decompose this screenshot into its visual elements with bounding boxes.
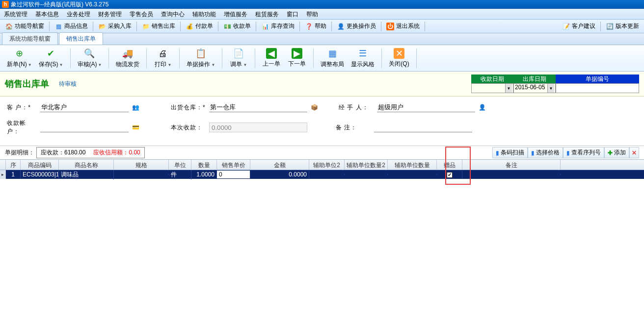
col-price[interactable]: 销售单价 bbox=[217, 160, 250, 170]
col-qty[interactable]: 数量 bbox=[191, 160, 217, 170]
sales-button[interactable]: 📁 销售出库 bbox=[139, 21, 178, 31]
dropdown-button[interactable]: ▼ bbox=[505, 84, 512, 93]
cell-aux2[interactable] bbox=[309, 174, 345, 175]
add-button[interactable]: ✚ 添加 bbox=[604, 147, 629, 158]
nav-window-button[interactable]: 🏠 功能导航窗 bbox=[2, 21, 47, 31]
cell-spec[interactable] bbox=[114, 174, 169, 175]
switch-user-button[interactable]: 👤 更换操作员 bbox=[334, 21, 379, 31]
billno-input[interactable] bbox=[556, 83, 639, 93]
payment-button[interactable]: 💰 付款单 bbox=[183, 21, 216, 31]
menu-system[interactable]: 系统管理 bbox=[0, 9, 31, 19]
view-serial-button[interactable]: ▮ 查看序列号 bbox=[563, 147, 604, 158]
account-input[interactable] bbox=[40, 123, 129, 132]
delete-button[interactable]: ✕ bbox=[629, 147, 639, 158]
row-handle[interactable]: ▸ bbox=[0, 170, 6, 179]
gift-checkbox[interactable]: ✔ bbox=[447, 172, 453, 178]
menu-basic[interactable]: 基本信息 bbox=[31, 9, 63, 19]
update-button[interactable]: 🔄 版本更新 bbox=[603, 21, 642, 31]
cell-code[interactable]: ECS000003|1 bbox=[21, 171, 59, 178]
col-name[interactable]: 商品名称 bbox=[59, 160, 114, 170]
select-price-button[interactable]: ▮ 选择价格 bbox=[528, 147, 563, 158]
new-bill-button[interactable]: ⊕ 新单(N)▼ bbox=[4, 47, 35, 70]
receipt-button[interactable]: 💵 收款单 bbox=[220, 21, 254, 31]
separator bbox=[255, 49, 255, 68]
help-icon: ❓ bbox=[305, 23, 313, 30]
switch-user-label: 更换操作员 bbox=[347, 22, 376, 30]
col-spec[interactable]: 规格 bbox=[114, 160, 169, 170]
col-remark[interactable]: 备注 bbox=[462, 160, 561, 170]
folder-in-icon: 📂 bbox=[98, 23, 106, 30]
menu-finance[interactable]: 财务管理 bbox=[94, 9, 126, 19]
col-auxqty2[interactable]: 辅助单位数量2 bbox=[345, 160, 388, 170]
receipt-date-input[interactable]: ▼ bbox=[471, 83, 513, 93]
col-code[interactable]: 商品编码 bbox=[21, 160, 59, 170]
purchase-button[interactable]: 📂 采购入库 bbox=[95, 21, 134, 31]
help-button[interactable]: ❓ 帮助 bbox=[302, 21, 329, 31]
col-seq[interactable]: 序号 bbox=[6, 160, 21, 170]
col-gift[interactable]: 赠品 bbox=[437, 160, 462, 170]
separator bbox=[381, 22, 381, 31]
menu-window[interactable]: 窗口 bbox=[283, 9, 302, 19]
menu-valueadd[interactable]: 增值服务 bbox=[220, 9, 251, 19]
ship-button[interactable]: 🚚 物流发货 bbox=[113, 47, 142, 70]
cell-qty[interactable]: 1.0000 bbox=[191, 171, 217, 178]
tab-nav-window[interactable]: 系统功能导航窗 bbox=[2, 32, 58, 45]
cell-price[interactable]: 0 bbox=[217, 171, 250, 178]
next-label: 下一单 bbox=[288, 60, 306, 68]
menu-lease[interactable]: 租赁服务 bbox=[251, 9, 283, 19]
chevron-down-icon: ▼ bbox=[59, 63, 63, 67]
warehouse-input[interactable] bbox=[209, 102, 307, 112]
account-picker-icon[interactable]: 💳 bbox=[132, 124, 139, 131]
menu-query[interactable]: 查询中心 bbox=[157, 9, 188, 19]
payment-label: 付款单 bbox=[195, 22, 213, 30]
cell-remark[interactable] bbox=[462, 174, 561, 175]
dropdown-button[interactable]: ▼ bbox=[547, 84, 554, 93]
inventory-icon: 📊 bbox=[261, 23, 269, 30]
cell-name[interactable]: 调味品 bbox=[59, 170, 114, 179]
prev-bill-button[interactable]: ◀ 上一单 bbox=[259, 47, 284, 70]
cell-amount[interactable]: 0.0000 bbox=[250, 171, 309, 178]
next-bill-button[interactable]: ▶ 下一单 bbox=[285, 47, 309, 70]
remark-input[interactable] bbox=[374, 123, 472, 132]
out-date-input[interactable]: 2015-06-05 ▼ bbox=[513, 83, 556, 93]
col-amount[interactable]: 金额 bbox=[250, 160, 309, 170]
home-icon: 🏠 bbox=[5, 23, 13, 30]
inventory-button[interactable]: 📊 库存查询 bbox=[258, 21, 297, 31]
save-button[interactable]: ✔ 保存(S)▼ bbox=[36, 47, 66, 70]
handler-input[interactable] bbox=[377, 102, 475, 112]
billop-button[interactable]: 📋 单据操作▼ bbox=[184, 47, 218, 70]
transfer-button[interactable]: 📄 调单▼ bbox=[226, 47, 251, 70]
warehouse-picker-icon[interactable]: 📦 bbox=[310, 103, 318, 111]
cell-gift[interactable]: ✔ bbox=[437, 171, 462, 178]
menu-help[interactable]: 帮助 bbox=[302, 9, 322, 19]
exit-button[interactable]: ⏻ 退出系统 bbox=[383, 21, 423, 31]
col-unit[interactable]: 单位 bbox=[169, 160, 191, 170]
menu-retail[interactable]: 零售会员 bbox=[126, 9, 157, 19]
table-row[interactable]: ▸ 1 ECS000003|1 调味品 件 1.0000 0 0.0000 ✔ bbox=[0, 170, 644, 179]
audit-button[interactable]: 🔍 审核(A)▼ bbox=[75, 47, 105, 70]
close-button[interactable]: ✕ 关闭(Q) bbox=[386, 47, 412, 70]
barcode-label: 条码扫描 bbox=[501, 149, 524, 157]
menu-business[interactable]: 业务处理 bbox=[63, 9, 94, 19]
app-icon: h bbox=[2, 1, 9, 8]
goods-info-button[interactable]: ▦ 商品信息 bbox=[52, 21, 91, 31]
print-button[interactable]: 🖨 打印▼ bbox=[151, 47, 175, 70]
menu-aux[interactable]: 辅助功能 bbox=[188, 9, 220, 19]
thisreceipt-input[interactable] bbox=[209, 123, 307, 132]
col-aux2[interactable]: 辅助单位2 bbox=[309, 160, 345, 170]
style-button[interactable]: ☰ 显示风格 bbox=[348, 47, 377, 70]
chevron-down-icon: ▼ bbox=[98, 63, 102, 67]
user-picker-icon[interactable]: 👤 bbox=[478, 103, 486, 111]
suggest-button[interactable]: 📝 客户建议 bbox=[559, 21, 598, 31]
barcode-scan-button[interactable]: ▮ 条码扫描 bbox=[492, 147, 528, 158]
customer-picker-icon[interactable]: 👥 bbox=[132, 103, 139, 111]
layout-button[interactable]: ▦ 调整布局 bbox=[318, 47, 347, 70]
tab-sales-out[interactable]: 销售出库单 bbox=[59, 32, 103, 45]
cell-unit[interactable]: 件 bbox=[169, 170, 191, 179]
cell-auxqty[interactable] bbox=[388, 174, 437, 175]
form-area: 客 户：* 👥 出货仓库：* 📦 经 手 人： 👤 收款帐户： 💳 本次收款： … bbox=[0, 97, 644, 146]
billno-header: 单据编号 bbox=[556, 74, 639, 83]
customer-input[interactable] bbox=[40, 102, 129, 112]
cell-auxqty2[interactable] bbox=[345, 174, 388, 175]
col-auxqty[interactable]: 辅助单位数量 bbox=[388, 160, 437, 170]
